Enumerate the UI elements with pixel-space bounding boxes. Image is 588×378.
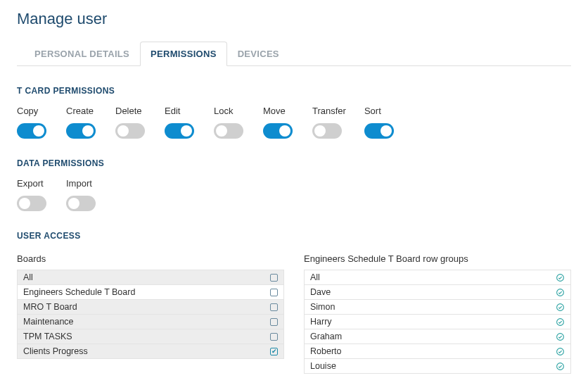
tab-personal-details[interactable]: PERSONAL DETAILS	[24, 42, 140, 66]
section-title-access: USER ACCESS	[17, 231, 571, 241]
board-item-label: All	[23, 272, 33, 282]
toggle-knob	[216, 125, 227, 137]
rowgroup-item[interactable]: All	[304, 270, 571, 285]
toggle-knob	[68, 198, 79, 209]
board-item[interactable]: TPM TASKS	[17, 329, 284, 344]
check-circle-icon[interactable]	[556, 317, 565, 327]
check-circle-icon[interactable]	[556, 288, 565, 297]
toggle-knob	[181, 125, 192, 137]
check-circle-icon[interactable]	[556, 273, 565, 282]
toggle-switch[interactable]	[115, 123, 145, 139]
checkbox-icon[interactable]	[270, 333, 278, 341]
svg-point-2	[557, 303, 564, 310]
svg-point-1	[557, 289, 564, 296]
checkbox-icon[interactable]	[270, 289, 278, 296]
board-item-label: Maintenance	[23, 317, 74, 327]
toggle-label: Copy	[17, 106, 48, 116]
svg-point-3	[557, 318, 564, 325]
toggle-knob	[381, 125, 392, 137]
section-title-data: DATA PERMISSIONS	[17, 158, 571, 168]
svg-point-0	[557, 274, 564, 281]
toggle-switch[interactable]	[364, 123, 394, 139]
tcard-toggle-lock: Lock	[214, 106, 245, 139]
board-item-label: Clients Progress	[23, 346, 88, 356]
rowgroup-item-label: All	[310, 272, 320, 282]
tcard-toggle-edit: Edit	[165, 106, 196, 139]
toggle-label: Move	[263, 106, 294, 116]
toggle-switch[interactable]	[263, 123, 293, 139]
check-circle-icon[interactable]	[556, 332, 565, 341]
toggle-label: Sort	[364, 106, 395, 116]
rowgroup-item[interactable]: Simon	[304, 300, 571, 315]
data-toggle-row: ExportImport	[17, 178, 571, 211]
board-item-label: TPM TASKS	[23, 332, 72, 341]
tcard-toggle-transfer: Transfer	[312, 106, 346, 139]
tab-permissions[interactable]: PERMISSIONS	[140, 42, 227, 66]
rowgroups-title: Engineers Schedule T Board row groups	[304, 253, 571, 264]
rowgroup-item[interactable]: Harry	[304, 315, 571, 329]
checkbox-icon[interactable]	[270, 303, 278, 311]
tab-bar: PERSONAL DETAILSPERMISSIONSDEVICES	[17, 41, 571, 66]
board-item[interactable]: All	[17, 270, 284, 285]
rowgroup-item[interactable]: Roberto	[304, 344, 571, 359]
toggle-switch[interactable]	[165, 123, 194, 139]
checkbox-icon[interactable]	[270, 318, 278, 326]
user-access-columns: Boards AllEngineers Schedule T BoardMRO …	[17, 251, 571, 374]
toggle-switch[interactable]	[17, 123, 46, 139]
svg-point-5	[557, 348, 564, 355]
rowgroup-item-label: Roberto	[310, 346, 341, 356]
checkbox-icon[interactable]	[270, 274, 278, 282]
rowgroup-item-label: Graham	[310, 332, 342, 341]
board-item-label: Engineers Schedule T Board	[23, 287, 135, 297]
data-toggle-import: Import	[66, 178, 97, 211]
toggle-knob	[279, 125, 290, 137]
tcard-toggle-row: CopyCreateDeleteEditLockMoveTransferSort	[17, 106, 571, 139]
section-title-tcard: T CARD PERMISSIONS	[17, 86, 571, 96]
board-item[interactable]: Engineers Schedule T Board	[17, 285, 284, 300]
boards-title: Boards	[17, 253, 284, 264]
svg-point-4	[557, 333, 564, 340]
toggle-knob	[82, 125, 94, 137]
board-item[interactable]: Maintenance	[17, 315, 284, 329]
rowgroup-item-label: Harry	[310, 317, 332, 327]
toggle-label: Transfer	[312, 106, 346, 116]
toggle-knob	[33, 125, 44, 137]
rowgroup-item[interactable]: Graham	[304, 329, 571, 344]
data-toggle-export: Export	[17, 178, 48, 211]
rowgroups-list: AllDaveSimonHarryGrahamRobertoLouise	[304, 270, 571, 374]
tcard-toggle-copy: Copy	[17, 106, 48, 139]
boards-list: AllEngineers Schedule T BoardMRO T Board…	[17, 270, 284, 359]
page-title: Manage user	[17, 10, 571, 28]
rowgroup-item[interactable]: Dave	[304, 285, 571, 300]
toggle-knob	[19, 198, 30, 209]
toggle-label: Export	[17, 178, 48, 189]
tab-devices[interactable]: DEVICES	[227, 42, 290, 66]
board-item[interactable]: MRO T Board	[17, 300, 284, 315]
tcard-toggle-create: Create	[66, 106, 97, 139]
check-circle-icon[interactable]	[556, 347, 565, 356]
toggle-switch[interactable]	[214, 123, 243, 139]
boards-column: Boards AllEngineers Schedule T BoardMRO …	[17, 251, 284, 374]
rowgroup-item-label: Louise	[310, 361, 336, 371]
toggle-switch[interactable]	[66, 196, 96, 211]
board-item-label: MRO T Board	[23, 302, 77, 312]
tcard-toggle-move: Move	[263, 106, 294, 139]
board-item[interactable]: Clients Progress✔	[17, 344, 284, 359]
check-circle-icon[interactable]	[556, 303, 565, 312]
toggle-switch[interactable]	[312, 123, 342, 139]
toggle-label: Delete	[115, 106, 146, 116]
tcard-toggle-delete: Delete	[115, 106, 146, 139]
svg-point-6	[557, 363, 564, 370]
toggle-label: Create	[66, 106, 97, 116]
toggle-switch[interactable]	[17, 196, 46, 211]
check-circle-icon[interactable]	[556, 362, 565, 371]
checkbox-icon[interactable]: ✔	[270, 348, 278, 355]
toggle-knob	[314, 125, 326, 137]
toggle-knob	[117, 125, 129, 137]
rowgroup-item-label: Dave	[310, 287, 331, 297]
rowgroup-item-label: Simon	[310, 302, 335, 312]
toggle-switch[interactable]	[66, 123, 96, 139]
rowgroup-item[interactable]: Louise	[304, 359, 571, 374]
toggle-label: Edit	[165, 106, 196, 116]
rowgroups-column: Engineers Schedule T Board row groups Al…	[304, 251, 571, 374]
